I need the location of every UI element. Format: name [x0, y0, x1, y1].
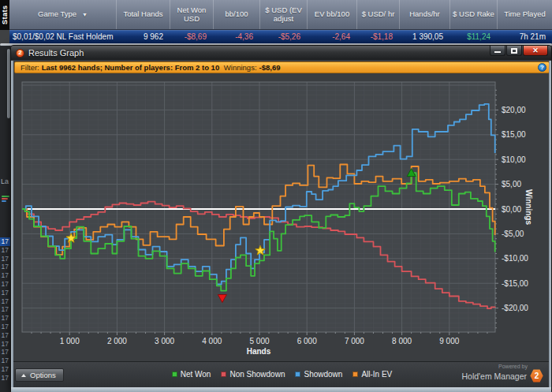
- window-frame-left: [11, 61, 13, 387]
- background-table-row[interactable]: 17: [0, 323, 10, 331]
- background-table-row[interactable]: 17: [0, 331, 10, 340]
- help-icon[interactable]: ?: [538, 63, 546, 72]
- background-table-row[interactable]: 17: [0, 271, 10, 280]
- header-cell[interactable]: Game Type▼: [9, 0, 116, 29]
- tab-stats[interactable]: Stats: [0, 0, 9, 30]
- header-cell[interactable]: EV bb/100: [307, 0, 356, 29]
- results-chart: 1 0002 0003 0004 0005 0006 0007 0008 000…: [13, 75, 550, 361]
- legend-item-showdown[interactable]: Showdown: [295, 370, 342, 379]
- brand-name: Hold'em Manager: [461, 371, 527, 381]
- background-table-row[interactable]: 17: [0, 305, 10, 314]
- legend-swatch-showdown: [295, 371, 300, 377]
- legend-swatch-non_showdown: [221, 371, 226, 377]
- legend-item-non_showdown[interactable]: Non Showdown: [221, 370, 285, 379]
- background-table-row[interactable]: 17: [0, 357, 10, 365]
- window-frame-right: [549, 61, 551, 387]
- background-table-row[interactable]: 17: [0, 340, 10, 349]
- row-cell: -4,36: [213, 31, 259, 43]
- row-cell: -$8,69: [170, 31, 213, 43]
- svg-text:Winnings: Winnings: [524, 189, 533, 225]
- filter-text: Last 9962 hands; Number of players: From…: [42, 63, 219, 72]
- graph-panel: 1 0002 0003 0004 0005 0006 0007 0008 000…: [13, 75, 550, 361]
- background-table-row[interactable]: 17: [0, 374, 10, 383]
- svg-text:7 000: 7 000: [345, 337, 364, 345]
- powered-by-text: Powered by: [461, 364, 543, 369]
- table-header: Game Type▼Total HandsNet Won USDbb/100$ …: [9, 0, 552, 30]
- header-cell[interactable]: $ USD/ hr: [356, 0, 399, 29]
- svg-text:1 000: 1 000: [60, 337, 80, 345]
- filter-winnings-label: Winnings:: [224, 63, 257, 72]
- app-screen: Stats Game Type▼Total HandsNet Won USDbb…: [0, 0, 552, 392]
- legend-item-net_won[interactable]: Net Won: [172, 370, 211, 379]
- window-titlebar[interactable]: 2 Results Graph ✕: [11, 46, 551, 60]
- svg-text:4 000: 4 000: [202, 337, 222, 345]
- background-table-row[interactable]: 17: [0, 255, 10, 263]
- legend-swatch-net_won: [172, 371, 177, 377]
- background-table-row[interactable]: 17: [0, 289, 10, 297]
- row-cell: -$5,26: [259, 31, 307, 43]
- svg-text:-$15,00: -$15,00: [502, 279, 528, 288]
- row-cell: $11,24: [449, 31, 497, 43]
- svg-text:9 000: 9 000: [439, 337, 459, 345]
- row-cell: $0,01/$0,02 NL Fast Holdem: [9, 31, 116, 43]
- svg-text:-$10,00: -$10,00: [502, 254, 528, 263]
- background-table-row[interactable]: 17: [0, 246, 10, 255]
- brand-logo: Powered by Hold'em Manager 2: [461, 364, 543, 383]
- svg-text:$20,00: $20,00: [502, 106, 526, 114]
- svg-text:6 000: 6 000: [297, 337, 317, 345]
- header-cell[interactable]: Total Hands: [116, 0, 170, 29]
- bottom-bar: Options Net WonNon ShowdownShowdownAll-I…: [13, 361, 550, 387]
- background-column-label: La: [1, 177, 9, 185]
- background-panel: La 1717171717171717171717171717171717: [0, 46, 10, 392]
- window-frame-bottom: [11, 387, 551, 392]
- header-cell[interactable]: $ USD Rake: [449, 0, 497, 29]
- header-cell[interactable]: Net Won USD: [170, 0, 213, 29]
- close-icon: ✕: [532, 47, 539, 54]
- svg-text:5 000: 5 000: [249, 337, 269, 345]
- background-table-row[interactable]: 17: [0, 263, 10, 271]
- background-table-row[interactable]: 17: [0, 365, 10, 374]
- background-table-row[interactable]: 17: [0, 280, 10, 289]
- legend-item-allin_ev[interactable]: All-In EV: [352, 370, 392, 379]
- background-table-row[interactable]: 17: [0, 314, 10, 323]
- header-cell[interactable]: Time Played: [497, 0, 552, 29]
- background-table-row[interactable]: 17: [0, 297, 10, 306]
- row-cell: 7h 21m: [497, 31, 552, 43]
- row-cell: 1 390,05: [399, 31, 449, 43]
- svg-text:$0,00: $0,00: [502, 205, 521, 214]
- minimize-icon: [494, 51, 501, 53]
- svg-text:$5,00: $5,00: [502, 180, 521, 189]
- svg-text:3 000: 3 000: [155, 337, 174, 345]
- column-dropdown-arrow-icon[interactable]: ▼: [82, 12, 88, 18]
- header-cell[interactable]: $ USD (EV adjust: [259, 0, 307, 29]
- svg-text:2 000: 2 000: [107, 337, 127, 345]
- hm2-window-icon: 2: [16, 49, 24, 58]
- svg-text:-$20,00: -$20,00: [502, 304, 528, 312]
- maximize-icon: [511, 48, 517, 54]
- header-cell[interactable]: bb/100: [213, 0, 259, 29]
- svg-text:$10,00: $10,00: [502, 155, 526, 164]
- legend-label: Showdown: [304, 370, 342, 379]
- row-cell: -2,64: [307, 31, 356, 43]
- results-graph-window: 2 Results Graph ✕ Filter:Last 9962 hands…: [10, 45, 552, 392]
- table-row[interactable]: $0,01/$0,02 NL Fast Holdem9 962-$8,69-4,…: [9, 30, 552, 43]
- svg-text:8 000: 8 000: [392, 337, 412, 345]
- background-table-row[interactable]: 17: [0, 237, 10, 246]
- header-cell[interactable]: Hands/hr: [399, 0, 449, 29]
- maximize-button[interactable]: [506, 46, 522, 56]
- hm2-logo-icon: 2: [530, 369, 543, 383]
- background-table-row[interactable]: 17: [0, 348, 10, 357]
- row-cell: 9 962: [116, 31, 170, 43]
- close-button[interactable]: ✕: [523, 46, 548, 56]
- svg-text:-$5,00: -$5,00: [502, 230, 524, 238]
- legend-label: All-In EV: [361, 370, 392, 379]
- legend-label: Non Showdown: [229, 370, 285, 379]
- minimize-button[interactable]: [490, 46, 505, 56]
- window-title: Results Graph: [28, 48, 84, 58]
- mini-graph-icon: [2, 196, 9, 202]
- background-row-list: 1717171717171717171717171717171717: [0, 237, 10, 383]
- svg-text:Hands: Hands: [247, 347, 271, 356]
- filter-bar: Filter:Last 9962 hands; Number of player…: [14, 62, 550, 73]
- legend-swatch-allin_ev: [352, 371, 358, 377]
- legend-label: Net Won: [181, 370, 211, 379]
